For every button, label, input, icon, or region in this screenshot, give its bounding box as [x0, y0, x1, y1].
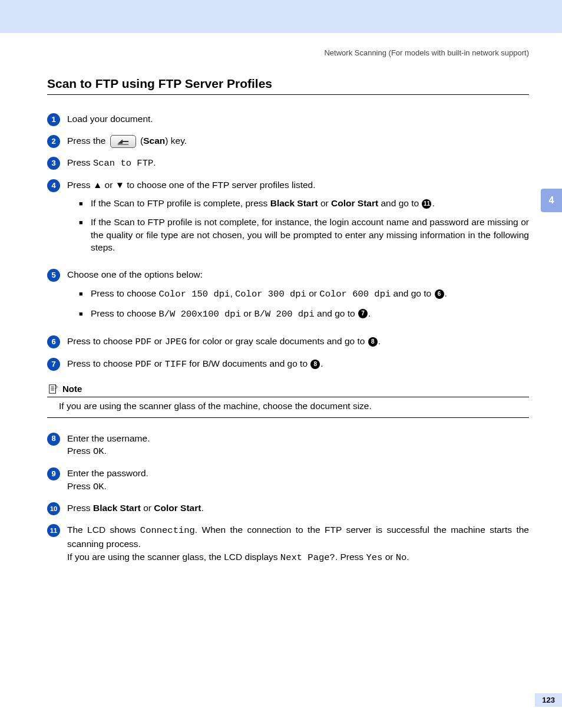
step-text: Press Black Start or Color Start.: [67, 502, 529, 515]
text-mono: PDF: [135, 337, 151, 347]
step-number-icon: 4: [47, 179, 60, 192]
text-mono: Scan to FTP: [93, 158, 153, 169]
text: or: [151, 358, 164, 368]
step-text: Press to choose PDF or TIFF for B/W docu…: [67, 357, 529, 371]
note-body: If you are using the scanner glass of th…: [47, 401, 529, 418]
text-mono: B/W 200x100 dpi: [158, 309, 241, 319]
text: The LCD shows: [67, 525, 140, 535]
text: and go to: [315, 308, 358, 318]
step-7: 7 Press to choose PDF or TIFF for B/W do…: [47, 357, 529, 371]
text-bold: Color Start: [331, 198, 378, 208]
step-number-icon: 7: [47, 358, 60, 371]
text-mono: Connecting: [140, 525, 195, 536]
text: Choose one of the options below:: [67, 269, 203, 279]
text-mono: Color 150 dpi: [158, 289, 230, 299]
step-8: 8 Enter the username. Press OK.: [47, 432, 529, 459]
step-text: Press to choose PDF or JPEG for color or…: [67, 335, 529, 349]
text-mono: PDF: [135, 359, 151, 370]
bullet-item: ■ Press to choose Color 150 dpi, Color 3…: [79, 287, 529, 301]
running-header: Network Scanning (For models with built-…: [324, 48, 529, 57]
text: Press to choose: [91, 288, 158, 298]
text: .: [432, 198, 434, 208]
step-4: 4 Press ▲ or ▼ to choose one of the FTP …: [47, 179, 529, 260]
text: (: [138, 136, 143, 146]
step-1: 1 Load your document.: [47, 113, 529, 126]
text: .: [378, 336, 381, 346]
text: and go to: [391, 288, 434, 298]
step-text: Press the (Scan) key.: [67, 134, 529, 148]
note-title: Note: [62, 384, 82, 394]
text-mono: OK: [93, 446, 104, 457]
text-mono: Color 600 dpi: [319, 289, 391, 299]
text: ) key.: [165, 136, 187, 146]
text-bold: Color Start: [154, 503, 201, 513]
step-number-icon: 6: [47, 335, 60, 348]
text: Press to choose: [67, 358, 135, 368]
step-text: Load your document.: [67, 113, 529, 126]
text: .: [406, 552, 409, 562]
text: If the Scan to FTP profile is not comple…: [91, 216, 529, 254]
step-number-icon: 10: [47, 502, 60, 515]
text: .: [368, 308, 371, 318]
scan-key-icon: [110, 135, 136, 148]
step-2: 2 Press the (Scan) key.: [47, 134, 529, 148]
text-mono: B/W 200 dpi: [254, 309, 314, 319]
text: or: [141, 503, 154, 513]
step-ref-icon: 8: [310, 360, 320, 369]
page-content: Scan to FTP using FTP Server Profiles 1 …: [47, 77, 529, 572]
chapter-tab: 4: [541, 189, 562, 212]
text: or: [241, 308, 254, 318]
text: Press: [67, 446, 93, 456]
svg-rect-1: [49, 384, 56, 393]
text: .: [153, 157, 156, 167]
step-number-icon: 5: [47, 269, 60, 282]
text-mono: Next Page?: [280, 552, 335, 563]
text: or: [151, 336, 164, 346]
step-number-icon: 3: [47, 157, 60, 170]
text: .: [104, 481, 107, 491]
text: Press the: [67, 136, 108, 146]
text: Press to choose: [91, 308, 158, 318]
text-mono: JPEG: [165, 337, 187, 347]
step-9: 9 Enter the password. Press OK.: [47, 467, 529, 493]
text: or: [382, 552, 395, 562]
step-text: Enter the password. Press OK.: [67, 467, 529, 493]
text: Enter the password.: [67, 468, 148, 478]
step-ref-icon: 11: [422, 199, 431, 209]
text: . Press: [335, 552, 366, 562]
step-number-icon: 2: [47, 135, 60, 148]
text: and go to: [378, 198, 421, 208]
step-number-icon: 11: [47, 524, 60, 537]
note-icon: [47, 383, 59, 395]
text: or: [318, 198, 331, 208]
page-number: 123: [535, 693, 562, 707]
square-bullet-icon: ■: [79, 309, 86, 318]
square-bullet-icon: ■: [79, 199, 86, 208]
text: Press to choose: [67, 336, 135, 346]
step-text: Enter the username. Press OK.: [67, 432, 529, 459]
top-banner: [0, 0, 562, 33]
step-number-icon: 1: [47, 113, 60, 126]
page-title: Scan to FTP using FTP Server Profiles: [47, 77, 529, 95]
text-bold: Black Start: [270, 198, 318, 208]
text: .: [320, 358, 323, 368]
text: .: [445, 288, 447, 298]
bullet-item: ■ If the Scan to FTP profile is not comp…: [79, 216, 529, 254]
step-3: 3 Press Scan to FTP.: [47, 156, 529, 170]
text: If the Scan to FTP profile is complete, …: [91, 198, 270, 208]
text-mono: TIFF: [165, 359, 187, 370]
text-mono: No: [396, 552, 407, 563]
text: .: [201, 503, 203, 513]
text: or: [306, 288, 319, 298]
text: .: [104, 446, 107, 456]
bullet-item: ■ If the Scan to FTP profile is complete…: [79, 197, 529, 210]
step-5: 5 Choose one of the options below: ■ Pre…: [47, 268, 529, 327]
bullet-item: ■ Press to choose B/W 200x100 dpi or B/W…: [79, 307, 529, 321]
step-11: 11 The LCD shows Connecting. When the co…: [47, 523, 529, 564]
step-6: 6 Press to choose PDF or JPEG for color …: [47, 335, 529, 349]
text: for color or gray scale documents and go…: [187, 336, 368, 346]
step-10: 10 Press Black Start or Color Start.: [47, 502, 529, 515]
text-bold: Scan: [143, 136, 165, 146]
step-number-icon: 9: [47, 467, 60, 480]
text-mono: OK: [93, 482, 104, 492]
